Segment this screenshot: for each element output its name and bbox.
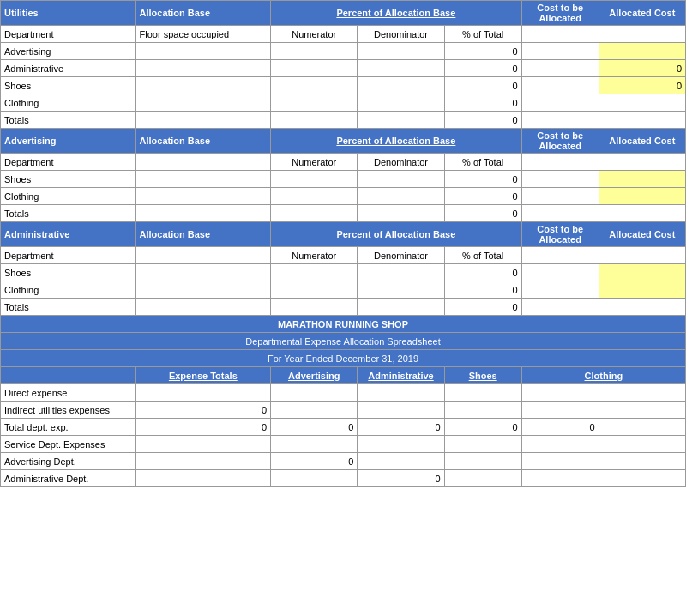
marathon-administrative-dept-clothing-input[interactable] (521, 470, 599, 487)
utilities-shoes-numerator-input[interactable] (271, 77, 358, 94)
utilities-administrative-denominator-input[interactable] (358, 60, 444, 77)
utilities-advertising-pct-input[interactable]: 0 (444, 43, 521, 60)
advertising-shoes-numerator-input[interactable] (271, 171, 358, 188)
administrative-totals-base[interactable] (135, 299, 271, 316)
advertising-totals-numerator[interactable] (271, 205, 358, 222)
administrative-totals-numerator[interactable] (271, 299, 358, 316)
administrative-totals-denominator[interactable] (358, 299, 444, 316)
utilities-administrative-denominator-field[interactable] (361, 63, 440, 74)
administrative-clothing-denominator-field[interactable] (361, 285, 440, 295)
utilities-clothing-numerator-input[interactable] (271, 94, 358, 112)
utilities-advertising-numerator-field[interactable] (274, 46, 353, 57)
administrative-shoes-numerator-field[interactable] (274, 268, 353, 278)
utilities-shoes-cost-field[interactable] (526, 81, 595, 91)
administrative-shoes-denominator-field[interactable] (361, 268, 440, 278)
utilities-totals-numerator[interactable] (271, 112, 358, 129)
marathon-advertising-dept-clothing-input[interactable] (521, 453, 599, 470)
administrative-clothing-denominator-input[interactable] (358, 281, 444, 299)
utilities-advertising-denominator-input[interactable] (358, 43, 444, 60)
utilities-totals-denominator-field[interactable] (361, 115, 440, 125)
utilities-clothing-cost-field[interactable] (526, 98, 595, 108)
administrative-shoes-denominator-input[interactable] (358, 264, 444, 281)
advertising-shoes-base-input[interactable] (135, 171, 271, 188)
advertising-shoes-denominator-input[interactable] (358, 171, 444, 188)
utilities-administrative-base-input[interactable] (135, 60, 271, 77)
administrative-clothing-numerator-input[interactable] (271, 281, 358, 299)
utilities-clothing-base-input[interactable] (135, 94, 271, 112)
advertising-totals-allocated (599, 205, 685, 222)
utilities-shoes-numerator-field[interactable] (274, 81, 353, 91)
utilities-shoes-pct: 0 (444, 77, 521, 94)
utilities-clothing-base-field[interactable] (140, 98, 268, 108)
utilities-advertising-base-input[interactable] (135, 43, 271, 60)
administrative-clothing-base-field[interactable] (140, 285, 268, 295)
advertising-clothing-base-input[interactable] (135, 188, 271, 205)
marathon-direct-expense-totals[interactable] (135, 384, 271, 402)
administrative-shoes-base-field[interactable] (140, 268, 268, 278)
advertising-clothing-cost-input[interactable] (521, 188, 599, 205)
advertising-shoes-cost-field[interactable] (526, 174, 595, 184)
utilities-advertising-cost-input[interactable] (521, 43, 599, 60)
advertising-totals-denominator[interactable] (358, 205, 444, 222)
advertising-clothing-denominator-field[interactable] (361, 191, 440, 202)
utilities-shoes-denominator-input[interactable] (358, 77, 444, 94)
utilities-administrative-base-field[interactable] (140, 63, 268, 74)
utilities-clothing-cost-input[interactable] (521, 94, 599, 112)
utilities-administrative-numerator-field[interactable] (274, 63, 353, 74)
marathon-direct-expense-advertising[interactable] (271, 384, 358, 402)
marathon-advertising-dept-clothing-field[interactable] (526, 456, 595, 467)
utilities-advertising-cost-field[interactable] (526, 46, 595, 57)
administrative-totals-denominator-field[interactable] (361, 302, 440, 312)
administrative-shoes-base-input[interactable] (135, 264, 271, 281)
advertising-clothing-numerator-field[interactable] (274, 191, 353, 202)
utilities-totals-base[interactable] (135, 112, 271, 129)
advertising-shoes-numerator-field[interactable] (274, 174, 353, 184)
administrative-clothing-base-input[interactable] (135, 281, 271, 299)
advertising-shoes-denominator-field[interactable] (361, 174, 440, 184)
utilities-administrative-cost-input[interactable] (521, 60, 599, 77)
marathon-indirect-utilities-advertising[interactable] (271, 402, 358, 419)
utilities-advertising-denominator-field[interactable] (361, 46, 440, 57)
administrative-clothing-cost-field[interactable] (526, 285, 595, 295)
marathon-administrative-dept-clothing-field[interactable] (526, 474, 595, 484)
utilities-shoes-base-input[interactable] (135, 77, 271, 94)
advertising-clothing-base-field[interactable] (140, 191, 268, 202)
utilities-clothing-numerator-field[interactable] (274, 98, 353, 108)
utilities-clothing-allocated (599, 94, 685, 112)
utilities-clothing-denominator-field[interactable] (361, 98, 440, 108)
marathon-direct-expense-totals-field[interactable] (140, 388, 268, 398)
marathon-administrative-dept-label: Administrative Dept. (1, 470, 136, 487)
utilities-clothing-denominator-input[interactable] (358, 94, 444, 112)
utilities-advertising-base-field[interactable] (140, 46, 268, 57)
advertising-clothing-numerator-input[interactable] (271, 188, 358, 205)
administrative-totals-base-field[interactable] (140, 302, 268, 312)
utilities-totals-numerator-field[interactable] (274, 115, 353, 125)
administrative-clothing-cost-input[interactable] (521, 281, 599, 299)
utilities-shoes-base-field[interactable] (140, 81, 268, 91)
utilities-shoes-cost-input[interactable] (521, 77, 599, 94)
utilities-totals-denominator[interactable] (358, 112, 444, 129)
marathon-indirect-utilities-advertising-field[interactable] (274, 405, 353, 415)
administrative-clothing-numerator-field[interactable] (274, 285, 353, 295)
utilities-administrative-numerator-input[interactable] (271, 60, 358, 77)
administrative-totals-numerator-field[interactable] (274, 302, 353, 312)
utilities-shoes-denominator-field[interactable] (361, 81, 440, 91)
administrative-shoes-numerator-input[interactable] (271, 264, 358, 281)
advertising-clothing-denominator-input[interactable] (358, 188, 444, 205)
advertising-totals-numerator-field[interactable] (274, 208, 353, 219)
administrative-shoes-cost-input[interactable] (521, 264, 599, 281)
marathon-direct-expense-advertising-field[interactable] (274, 388, 353, 398)
utilities-administrative-cost-field[interactable] (526, 63, 595, 74)
advertising-totals-denominator-field[interactable] (361, 208, 440, 219)
advertising-clothing-cost-field[interactable] (526, 191, 595, 202)
utilities-advertising-numerator-input[interactable] (271, 43, 358, 60)
administrative-base-empty (135, 247, 271, 264)
utilities-totals-base-field[interactable] (140, 115, 268, 125)
advertising-totals-base[interactable] (135, 205, 271, 222)
administrative-clothing-pct: 0 (444, 281, 521, 299)
advertising-shoes-cost-input[interactable] (521, 171, 599, 188)
administrative-shoes-cost-field[interactable] (526, 268, 595, 278)
administrative-totals-label: Totals (1, 299, 136, 316)
advertising-totals-base-field[interactable] (140, 208, 268, 219)
advertising-shoes-base-field[interactable] (140, 174, 268, 184)
